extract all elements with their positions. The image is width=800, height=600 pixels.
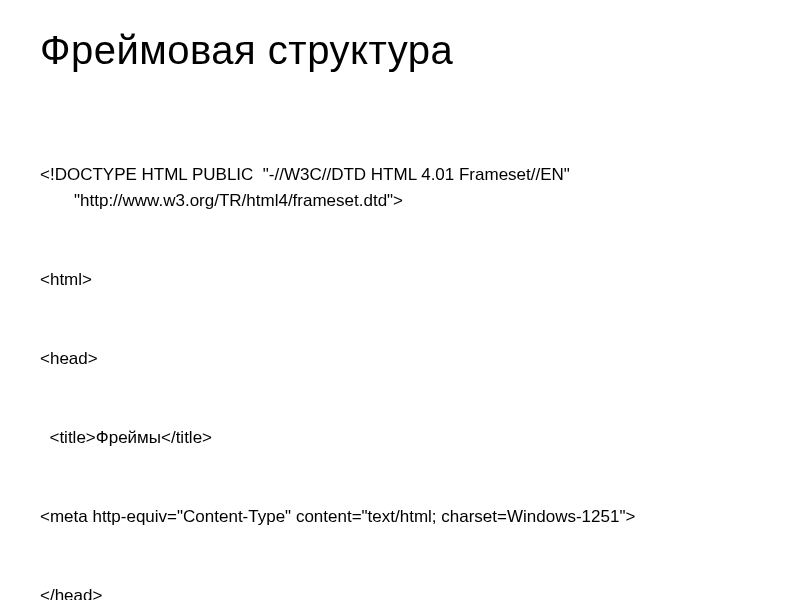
code-line: <!DOCTYPE HTML PUBLIC "-//W3C//DTD HTML … — [40, 162, 760, 215]
code-line: </head> — [40, 583, 760, 600]
slide: Фреймовая структура <!DOCTYPE HTML PUBLI… — [0, 0, 800, 600]
page-title: Фреймовая структура — [40, 28, 760, 73]
code-line: <title>Фреймы</title> — [40, 425, 760, 451]
code-block: <!DOCTYPE HTML PUBLIC "-//W3C//DTD HTML … — [40, 109, 760, 600]
code-line: <head> — [40, 346, 760, 372]
code-line: <html> — [40, 267, 760, 293]
code-line: <meta http-equiv="Content-Type" content=… — [40, 504, 760, 530]
